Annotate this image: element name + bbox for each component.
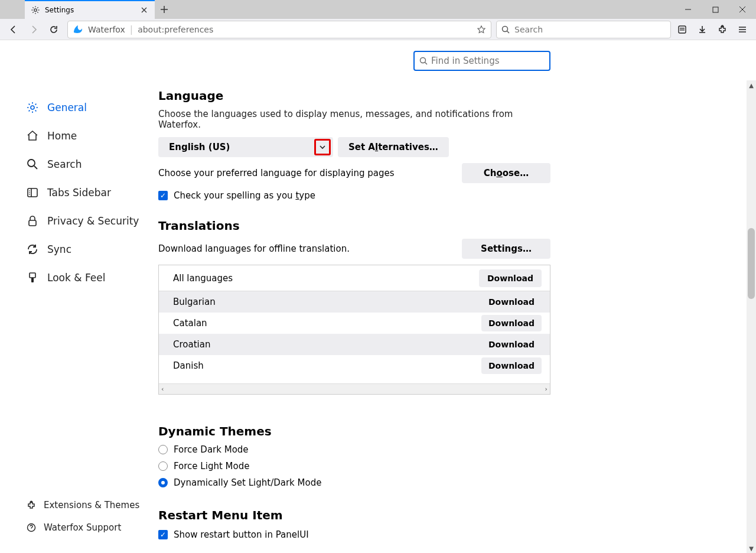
reload-button[interactable]	[45, 21, 63, 38]
save-to-pocket-icon[interactable]	[673, 21, 691, 38]
vertical-scrollbar[interactable]: ▲ ▼	[747, 80, 756, 553]
translations-heading: Translations	[158, 219, 550, 233]
language-heading: Language	[158, 89, 550, 103]
sidebar-item-tabs-sidebar[interactable]: Tabs Sidebar	[26, 178, 158, 207]
radio-label: Force Dark Mode	[174, 444, 249, 455]
scrollbar-thumb[interactable]	[748, 228, 755, 299]
sidebar-item-privacy[interactable]: Privacy & Security	[26, 207, 158, 235]
search-bar[interactable]	[496, 21, 671, 38]
sidebar-item-label: Privacy & Security	[47, 215, 139, 227]
radio-label: Force Light Mode	[174, 461, 249, 471]
dynamic-themes-heading: Dynamic Themes	[158, 424, 550, 438]
checkbox-checked-icon[interactable]: ✓	[158, 530, 168, 539]
search-icon	[26, 158, 39, 171]
sidebar-item-label: Tabs Sidebar	[47, 187, 111, 199]
svg-rect-4	[680, 28, 685, 28]
radio-icon[interactable]	[158, 461, 168, 471]
sidebar-item-look-feel[interactable]: Look & Feel	[26, 264, 158, 292]
list-item: BulgarianDownload	[159, 291, 550, 313]
sidebar-item-label: Search	[47, 158, 82, 170]
language-list-body[interactable]: BulgarianDownload CatalanDownload Croati…	[159, 291, 550, 383]
download-all-button[interactable]: Download	[479, 269, 542, 287]
radio-dynamic[interactable]: Dynamically Set Light/Dark Mode	[158, 477, 550, 488]
language-name: Danish	[173, 360, 204, 371]
translations-settings-button[interactable]: Settings…	[462, 239, 550, 259]
svg-rect-12	[31, 278, 34, 282]
forward-button[interactable]	[25, 21, 43, 38]
svg-point-8	[28, 160, 35, 167]
choose-button[interactable]: Choose…	[462, 163, 550, 183]
sidebar-item-search[interactable]: Search	[26, 150, 158, 178]
sidebar-item-label: Home	[47, 130, 77, 142]
all-languages-label: All languages	[173, 273, 233, 284]
sidebar-extensions-themes[interactable]: Extensions & Themes	[26, 494, 158, 516]
menu-icon[interactable]	[734, 21, 751, 38]
download-button[interactable]: Download	[481, 315, 542, 331]
sidebar-item-label: Look & Feel	[47, 272, 105, 284]
sidebar-item-label: General	[47, 102, 87, 113]
maximize-button[interactable]	[702, 0, 729, 19]
url-bar[interactable]: Waterfox | about:preferences	[67, 21, 491, 38]
find-input[interactable]	[431, 56, 546, 66]
chevron-down-icon[interactable]	[314, 139, 331, 155]
separator: |	[130, 24, 133, 35]
radio-checked-icon[interactable]	[158, 478, 168, 487]
puzzle-icon	[26, 500, 37, 510]
downloads-icon[interactable]	[693, 21, 711, 38]
scroll-left-icon[interactable]: ‹	[161, 385, 164, 393]
horizontal-scrollbar[interactable]: ‹›	[159, 383, 550, 394]
show-restart-checkbox-row[interactable]: ✓ Show restart button in PanelUI	[158, 529, 550, 540]
search-input[interactable]	[514, 25, 666, 34]
language-description: Choose the languages used to display men…	[158, 109, 550, 130]
sidebar-item-label: Extensions & Themes	[44, 500, 139, 510]
checkbox-checked-icon[interactable]: ✓	[158, 191, 168, 200]
svg-point-15	[421, 58, 426, 63]
extensions-icon[interactable]	[713, 21, 731, 38]
show-restart-label: Show restart button in PanelUI	[174, 529, 309, 540]
sidebar-support[interactable]: Waterfox Support	[26, 516, 158, 539]
tab-strip: Settings	[0, 0, 174, 19]
sync-icon	[26, 243, 39, 256]
brush-icon	[26, 271, 39, 284]
page-language-description: Choose your preferred language for displ…	[158, 168, 395, 178]
toolbar: Waterfox | about:preferences	[0, 19, 756, 40]
scroll-up-icon[interactable]: ▲	[747, 80, 756, 90]
sidebar-item-home[interactable]: Home	[26, 122, 158, 150]
content: General Home Search Tabs Sidebar Privacy…	[0, 40, 756, 553]
svg-point-0	[34, 9, 37, 11]
back-button[interactable]	[5, 21, 22, 38]
language-name: Catalan	[173, 318, 207, 328]
help-icon	[26, 522, 37, 533]
language-name: Croatian	[173, 339, 210, 350]
svg-point-7	[31, 106, 34, 109]
download-button[interactable]: Download	[481, 336, 542, 353]
download-button[interactable]: Download	[481, 294, 542, 310]
svg-rect-1	[713, 7, 718, 12]
set-alternatives-button[interactable]: Set Alternatives…	[338, 137, 449, 157]
sidebar-item-general[interactable]: General	[26, 93, 158, 122]
radio-force-dark[interactable]: Force Dark Mode	[158, 444, 550, 455]
sidebar-item-label: Sync	[47, 243, 71, 255]
find-in-settings[interactable]	[413, 51, 550, 71]
download-button[interactable]: Download	[481, 357, 542, 374]
scroll-right-icon[interactable]: ›	[545, 385, 548, 393]
scroll-down-icon[interactable]: ▼	[747, 544, 756, 553]
svg-point-2	[503, 26, 508, 31]
titlebar: Settings	[0, 0, 756, 19]
window-close-button[interactable]	[729, 0, 756, 19]
minimize-button[interactable]	[674, 0, 702, 19]
waterfox-logo-icon	[73, 24, 83, 35]
sidebar-item-sync[interactable]: Sync	[26, 235, 158, 264]
language-dropdown[interactable]: English (US)	[158, 137, 333, 157]
tab-settings[interactable]: Settings	[25, 0, 155, 19]
radio-icon[interactable]	[158, 445, 168, 454]
spellcheck-checkbox-row[interactable]: ✓ Check your spelling as you type	[158, 190, 550, 201]
lock-icon	[26, 214, 39, 227]
close-icon[interactable]	[139, 5, 149, 15]
list-item: DanishDownload	[159, 355, 550, 376]
gear-icon	[26, 101, 39, 114]
gear-icon	[31, 5, 40, 15]
bookmark-star-icon[interactable]	[477, 25, 486, 34]
new-tab-button[interactable]	[155, 0, 174, 19]
radio-force-light[interactable]: Force Light Mode	[158, 461, 550, 471]
